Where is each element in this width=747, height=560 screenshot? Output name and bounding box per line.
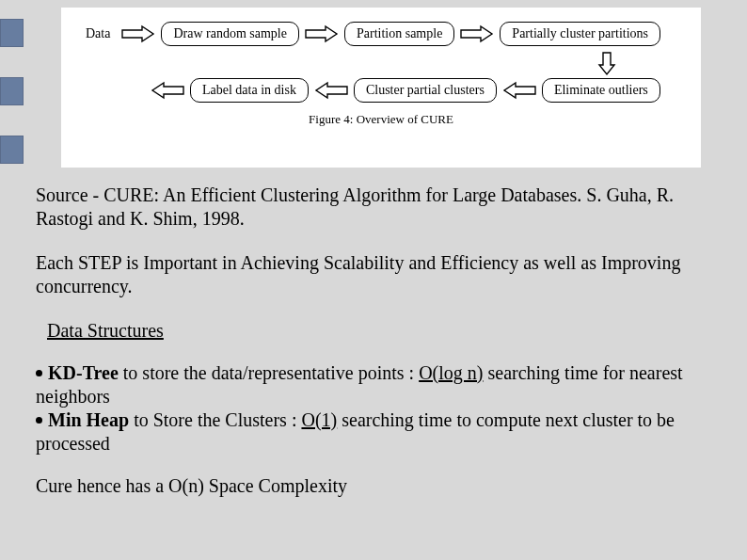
source-paragraph: Source - CURE: An Efficient Clustering A…: [36, 184, 713, 231]
flow-box-cluster-partial: Cluster partial clusters: [354, 78, 497, 103]
flow-box-label-data: Label data in disk: [190, 78, 309, 103]
bullet-underline: O(1): [301, 409, 337, 430]
arrow-left-icon: [314, 81, 348, 100]
flow-row-2: Label data in disk Cluster partial clust…: [151, 78, 682, 103]
bullet-text: to store the data/representative points …: [119, 362, 419, 383]
flow-box-draw-sample: Draw random sample: [161, 22, 299, 46]
bullet-item-minheap: Min Heap to Store the Clusters : O(1) se…: [36, 408, 713, 456]
arrow-left-icon: [151, 81, 184, 100]
sidebar-block: [0, 136, 24, 164]
flow-data-label: Data: [80, 23, 116, 45]
bullet-text: to Store the Clusters :: [129, 409, 301, 430]
flow-row-1: Data Draw random sample Partition sample…: [80, 22, 682, 46]
bullet-bold: Min Heap: [48, 409, 129, 430]
bullet-underline: O(log n): [419, 362, 483, 383]
figure-caption: Figure 4: Overview of CURE: [80, 112, 682, 127]
flow-box-partial-cluster: Partially cluster partitions: [500, 22, 660, 46]
arrow-down-icon: [597, 52, 616, 76]
flow-box-partition: Partition sample: [344, 22, 454, 46]
flow-box-eliminate-outliers: Eliminate outliers: [542, 78, 660, 103]
bullet-item-kdtree: KD-Tree to store the data/representative…: [36, 361, 713, 408]
content-area: Source - CURE: An Efficient Clustering A…: [36, 184, 713, 519]
bullet-dot-icon: [36, 370, 42, 376]
sidebar-decorative-blocks: [0, 19, 24, 164]
sidebar-block: [0, 77, 24, 105]
arrow-left-icon: [502, 81, 536, 100]
bullet-list: KD-Tree to store the data/representative…: [36, 361, 713, 456]
conclusion-paragraph: Cure hence has a O(n) Space Complexity: [36, 474, 713, 498]
section-heading: Data Structures: [47, 319, 713, 343]
arrow-right-icon: [121, 24, 155, 43]
bullet-dot-icon: [36, 417, 42, 424]
arrow-right-icon: [305, 24, 339, 43]
sidebar-block: [0, 19, 24, 47]
arrow-down-row: [80, 52, 682, 76]
arrow-right-icon: [460, 24, 494, 43]
step-paragraph: Each STEP is Important in Achieving Scal…: [36, 251, 713, 298]
figure-container: Data Draw random sample Partition sample…: [61, 8, 701, 168]
bullet-bold: KD-Tree: [48, 362, 119, 383]
